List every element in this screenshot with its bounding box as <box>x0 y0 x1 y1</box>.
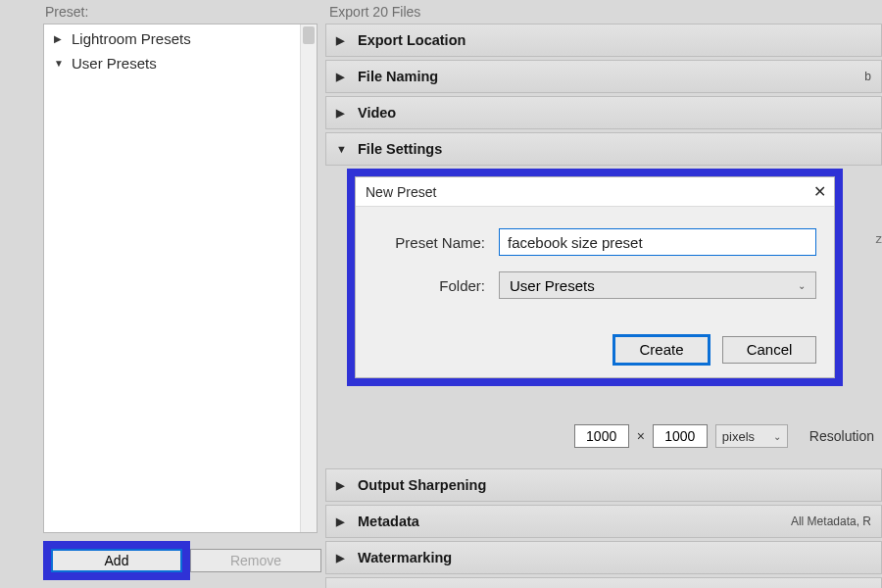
panel-post-processing[interactable]: ▶Post-Processing <box>325 577 882 588</box>
panel-meta: All Metadata, R <box>791 514 871 528</box>
chevron-right-icon: ▶ <box>336 515 348 528</box>
panel-title: Video <box>358 105 396 121</box>
panel-title: Export Location <box>358 32 466 48</box>
dialog-title: New Preset <box>366 184 436 200</box>
panel-file-naming[interactable]: ▶File Naming b <box>325 60 882 93</box>
scrollbar-thumb[interactable] <box>303 26 315 44</box>
units-value: pixels <box>722 429 755 444</box>
resolution-label: Resolution <box>809 428 874 444</box>
export-header: Export 20 Files <box>325 4 882 20</box>
preset-list-scrollbar[interactable] <box>300 24 317 532</box>
times-glyph: × <box>637 428 645 444</box>
preset-list[interactable]: ▶ Lightroom Presets ▼ User Presets <box>43 24 318 533</box>
folder-value: User Presets <box>510 277 595 294</box>
chevron-right-icon: ▶ <box>336 479 348 492</box>
remove-preset-button: Remove <box>190 549 321 572</box>
resize-height-input[interactable] <box>653 424 708 448</box>
panel-title: Watermarking <box>358 550 452 565</box>
panel-meta: b <box>864 70 871 83</box>
panel-video[interactable]: ▶Video <box>325 96 882 129</box>
chevron-right-icon: ▶ <box>54 33 64 44</box>
chevron-right-icon: ▶ <box>336 34 348 47</box>
resize-units-select[interactable]: pixels ⌄ <box>715 424 788 448</box>
resize-width-input[interactable] <box>574 424 629 448</box>
preset-name-input[interactable] <box>499 228 816 256</box>
preset-folder-user[interactable]: ▼ User Presets <box>44 49 317 74</box>
cancel-button[interactable]: Cancel <box>722 336 816 364</box>
panel-watermarking[interactable]: ▶Watermarking <box>325 541 882 574</box>
preset-folder-select[interactable]: User Presets ⌄ <box>499 271 816 299</box>
preset-panel-header: Preset: <box>43 4 325 24</box>
chevron-right-icon: ▶ <box>336 107 348 120</box>
panel-file-settings[interactable]: ▼File Settings <box>325 132 882 166</box>
chevron-down-icon: ⌄ <box>798 280 806 291</box>
preset-folder-label: Folder: <box>373 277 499 294</box>
panel-title: Metadata <box>358 514 419 529</box>
preset-name-label: Preset Name: <box>373 234 499 251</box>
close-icon[interactable]: ✕ <box>813 182 826 201</box>
chevron-right-icon: ▶ <box>336 71 348 83</box>
clipped-text: z <box>876 231 883 246</box>
add-preset-button[interactable]: Add <box>51 549 182 572</box>
chevron-down-icon: ⌄ <box>773 431 781 442</box>
panel-title: File Naming <box>358 69 438 84</box>
panel-output-sharpening[interactable]: ▶Output Sharpening <box>325 468 882 502</box>
create-button[interactable]: Create <box>614 336 709 364</box>
chevron-down-icon: ▼ <box>336 143 348 155</box>
preset-folder-label: Lightroom Presets <box>72 30 191 47</box>
panel-export-location[interactable]: ▶Export Location <box>325 24 882 57</box>
resize-row: × pixels ⌄ Resolution <box>325 411 882 466</box>
panel-metadata[interactable]: ▶Metadata All Metadata, R <box>325 505 882 538</box>
panel-title: File Settings <box>358 141 442 157</box>
tutorial-highlight: New Preset ✕ Preset Name: Folder: User P… <box>347 169 843 386</box>
panel-title: Output Sharpening <box>358 477 486 493</box>
chevron-right-icon: ▶ <box>336 552 348 564</box>
preset-folder-lightroom[interactable]: ▶ Lightroom Presets <box>44 24 317 49</box>
new-preset-dialog: New Preset ✕ Preset Name: Folder: User P… <box>355 176 835 378</box>
preset-folder-label: User Presets <box>72 55 157 72</box>
chevron-down-icon: ▼ <box>54 58 64 69</box>
